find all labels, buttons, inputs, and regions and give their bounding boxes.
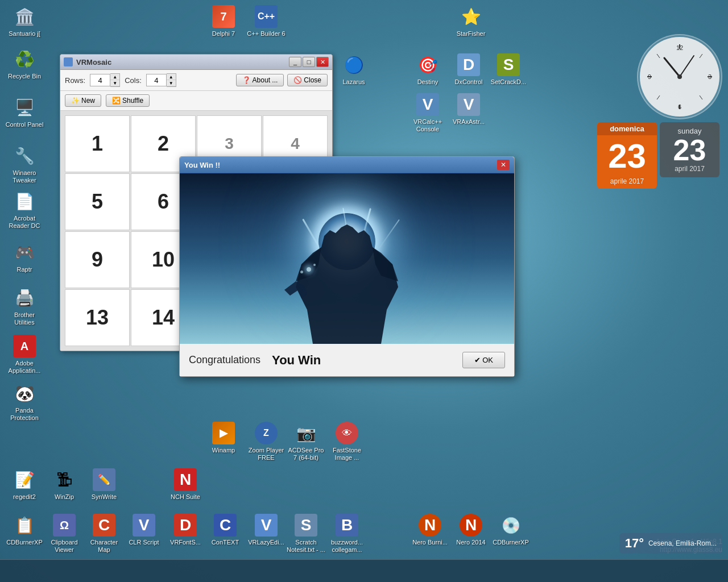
maximize-button[interactable]: □ (303, 57, 315, 67)
ok-button[interactable]: ✔ OK (462, 352, 505, 368)
desktop-icon-winamp[interactable]: ▶ Winamp (202, 419, 245, 456)
winzip-icon: 🗜 (53, 468, 76, 491)
calendar-day-name: sunday (664, 127, 715, 135)
desktop-icon-vrcalc[interactable]: V VRCalc++ Console (406, 91, 449, 135)
weather-widget: 17° Cesena, Emilia-Rom... (619, 533, 722, 554)
vrcalc-icon: V (416, 93, 439, 116)
clock-face: 12 3 6 9 (640, 37, 719, 117)
regedit2-icon: 📝 (13, 468, 36, 491)
desktop-icon-regedit2[interactable]: 📝 regedit2 (3, 466, 46, 503)
desktop-icon-faststone[interactable]: 👁 FastStone Image ... (325, 419, 369, 464)
desktop-icon-acrobat[interactable]: 📄 Acrobat Reader DC (3, 188, 46, 232)
desktop-icon-zoom-player[interactable]: Z Zoom Player FREE (245, 419, 288, 464)
weather-temp: 17° (625, 536, 644, 551)
puzzle-cell-1[interactable]: 1 (65, 115, 130, 172)
desktop-icon-nero-burn[interactable]: N Nero Burni... (408, 512, 452, 548)
destiny-icon: 🎯 (416, 53, 439, 76)
desktop-icon-scratch[interactable]: S Scratch Notesit.txt - ... (284, 512, 328, 556)
desktop-icon-winaero[interactable]: 🔧 Winaero Tweaker (3, 142, 46, 186)
cdburner-icon: 💿 (499, 514, 522, 537)
youwin-title: You Win !! (184, 161, 497, 169)
clock-widget: 12 3 6 9 (637, 34, 722, 119)
santuario-label: Santuario j[ (9, 30, 40, 38)
desktop-icon-debut[interactable]: D VRFontS... (164, 512, 207, 548)
nero-burn-icon: N (419, 514, 441, 537)
vrmosaic-titlebar[interactable]: VRMosaic _ □ ✕ (60, 55, 332, 70)
setcrack-icon: S (497, 53, 520, 76)
svg-point-14 (677, 74, 682, 79)
desktop-icon-winzip[interactable]: 🗜 WinZip (43, 466, 86, 503)
shuffle-button[interactable]: 🔀 Shuffle (106, 94, 150, 107)
calendar-orange-bottom: aprile 2017 (597, 177, 657, 189)
desktop-icon-clipboard[interactable]: 📋 CDBurnerXP (3, 512, 46, 548)
recycle-bin-label: Recycle Bin (8, 73, 41, 80)
taskbar (0, 559, 728, 582)
congratulations-text: Congratulations (189, 354, 260, 366)
youwin-dialog: You Win !! ✕ (179, 156, 515, 377)
desktop-icon-raptr[interactable]: 🎮 Raptr (3, 239, 46, 276)
desktop-icon-vrlazy[interactable]: V VRLazyEdi... (245, 512, 288, 548)
desktop-icon-acdsee[interactable]: 📷 ACDSee Pro 7 (64-bit) (284, 419, 328, 464)
raptr-label: Raptr (17, 266, 32, 273)
desktop-icon-vrfonts[interactable]: V CLR Script (122, 512, 166, 548)
svg-line-9 (657, 95, 660, 99)
desktop-icon-charmap[interactable]: Ω Clipboard Viewer (43, 512, 86, 556)
desktop-icon-cpp[interactable]: C++ C++ Builder 6 (245, 3, 288, 40)
cols-down-arrow[interactable]: ▼ (167, 80, 176, 86)
close-button[interactable]: ✕ (316, 57, 329, 67)
puzzle-cell-9[interactable]: 9 (65, 231, 130, 288)
desktop-icon-starfisher[interactable]: ⭐ StarFisher (449, 3, 493, 40)
nero2014-icon: N (460, 514, 482, 537)
charmap-icon: Ω (53, 514, 76, 537)
vrfonts-icon: V (133, 514, 155, 537)
panda-label: Panda Protection (5, 407, 44, 422)
desktop-icon-nch[interactable]: N NCH Suite (164, 466, 207, 503)
desktop-icon-context[interactable]: C ConTEXT (204, 512, 247, 548)
youwin-close-button[interactable]: ✕ (497, 160, 510, 170)
desktop-icon-nero2014[interactable]: N Nero 2014 (449, 512, 493, 548)
adobe-icon: A (13, 335, 36, 357)
cols-up-arrow[interactable]: ▲ (167, 74, 176, 80)
youwin-footer: Congratulations You Win ✔ OK (180, 344, 514, 376)
cols-input[interactable]: 4 (146, 74, 167, 86)
desktop-icon-buzzword[interactable]: B buzzword... collegam... (325, 512, 369, 556)
buzzword-icon: B (336, 514, 358, 537)
minimize-button[interactable]: _ (289, 57, 301, 67)
desktop-icon-panda[interactable]: 🐼 Panda Protection (3, 380, 46, 424)
desktop-icon-delphi7[interactable]: 7 Delphi 7 (202, 3, 245, 40)
desktop-icon-adobe[interactable]: A Adobe Applicatin... (3, 332, 46, 377)
youwin-titlebar[interactable]: You Win !! ✕ (180, 157, 514, 173)
rows-spinner[interactable]: 4 ▲ ▼ (90, 73, 120, 87)
cols-spinner[interactable]: 4 ▲ ▼ (146, 73, 176, 87)
window-close-button[interactable]: 🚫 Close (287, 74, 328, 86)
youwin-text: You Win (272, 353, 321, 368)
rows-input[interactable]: 4 (90, 74, 110, 86)
desktop-icon-cdburner[interactable]: 💿 CDBurnerXP (489, 512, 532, 548)
desktop-icon-lazarus[interactable]: 🔵 Lazarus (332, 51, 375, 88)
dxcontrol-icon: D (457, 53, 480, 76)
about-button[interactable]: ❓ About ... (236, 74, 284, 86)
puzzle-cell-13[interactable]: 13 (65, 289, 130, 346)
desktop-icon-setcrack[interactable]: S SetCrackD... (487, 51, 530, 88)
desktop-icon-clr-script[interactable]: C Character Map (82, 512, 126, 556)
desktop-icon-destiny[interactable]: 🎯 Destiny (406, 51, 449, 88)
desktop-icon-brother[interactable]: 🖨️ Brother Utilities (3, 284, 46, 329)
clipboard-icon: 📋 (13, 514, 36, 537)
panda-icon: 🐼 (13, 382, 36, 405)
desktop-icon-control-panel[interactable]: 🖥️ Control Panel (3, 94, 46, 131)
adobe-label: Adobe Applicatin... (5, 360, 44, 375)
raptr-icon: 🎮 (13, 241, 36, 264)
winaero-label: Winaero Tweaker (5, 169, 44, 184)
vrmosaic-window-icon (64, 57, 73, 66)
desktop-icon-synwrite[interactable]: ✏️ SynWrite (82, 466, 126, 503)
rows-up-arrow[interactable]: ▲ (110, 74, 119, 80)
control-panel-label: Control Panel (6, 121, 44, 128)
puzzle-cell-5[interactable]: 5 (65, 173, 130, 230)
desktop-icon-santuario[interactable]: 🏛️ Santuario j[ (3, 3, 46, 40)
desktop-icon-recycle-bin[interactable]: ♻️ Recycle Bin (3, 45, 46, 82)
desktop-icon-vrax[interactable]: V VRAxAstr... (447, 91, 490, 128)
desktop-icon-dxcontrol[interactable]: D DxControl (447, 51, 490, 88)
scratch-icon: S (295, 514, 317, 537)
new-button[interactable]: ✨ New (65, 94, 101, 107)
rows-down-arrow[interactable]: ▼ (110, 80, 119, 86)
